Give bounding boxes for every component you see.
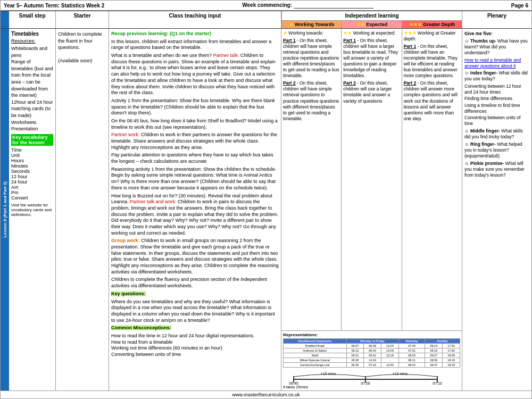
starter-col: Children to complete the fluent in four … xyxy=(56,29,109,390)
page-wrapper: Year 5– Autumn Term: Statistics Week 2 W… xyxy=(0,0,532,399)
header-left: Year 5– Autumn Term: Statistics Week 2 xyxy=(4,3,104,9)
expected-part1: Part 1 - On this sheet, children will ha… xyxy=(343,38,400,79)
plenary-middle: ☺ Middle finger- What skills did you fin… xyxy=(464,128,529,140)
teaching-partner1: Partner work: Children to work in their … xyxy=(111,132,279,151)
expected-part2: Part 2 - On this sheet, children will us… xyxy=(343,80,400,104)
vocab-list: TimeUnitHoursMinutesSeconds12 hour24 hou… xyxy=(11,147,53,201)
working-col: ★ Working towards: Part 1 - On this shee… xyxy=(281,29,342,330)
plenary-timeline: Using a timeline to find time difference… xyxy=(464,103,529,114)
plenary-finding: Finding time differences xyxy=(464,96,529,102)
greater-label: ★★★ Working at Greater depth: xyxy=(404,30,460,42)
teaching-reasoning1: Reasoning activity 1 from the presentati… xyxy=(111,167,279,192)
page-header: Year 5– Autumn Term: Statistics Week 2 W… xyxy=(1,1,531,11)
ind-working-header: ★ Working Towards xyxy=(282,21,342,28)
plenary-ring: ☺ Ring finger- What helped you in today'… xyxy=(464,142,529,159)
ind-sub-headers: ★ Working Towards ★★ Expected ★★★ Greate… xyxy=(282,21,462,28)
misconceptions-label: Common Misconceptions: xyxy=(111,325,171,330)
page-footer: www.masterthecurriculum.co.uk xyxy=(1,390,531,398)
timeline-container: +15 mins +10 mins 06:45 07:00 07:10 xyxy=(283,370,460,385)
resources-label: Resources: xyxy=(11,38,53,44)
col-header-teaching: Class teaching input xyxy=(109,11,281,28)
visit-text: Visit the website for vocabulary cards a… xyxy=(11,203,53,217)
small-step-title: Timetables xyxy=(11,31,53,37)
starter-text: Children to complete the fluent in four … xyxy=(58,31,106,64)
misconceptions-text: How to read the time in 12 hour and 24 h… xyxy=(111,333,279,358)
expected-col: ★★ Working at expected: Part 1 - On this… xyxy=(342,29,402,330)
resources-text: Whiteboards and pensRange of timetables … xyxy=(11,45,53,132)
svg-text:07:10: 07:10 xyxy=(433,381,442,385)
svg-text:06:45: 06:45 xyxy=(289,381,298,385)
teaching-intro: In this lesson, children will extract in… xyxy=(111,39,279,51)
key-questions-label: Key questions: xyxy=(111,291,146,296)
plenary-index: ☺ Index finger- What skills did you use … xyxy=(464,70,529,82)
timeline-note: It takes 25mins xyxy=(283,385,460,389)
teaching-buzzed: How long is Buzzed out on for? (30 minut… xyxy=(111,193,279,237)
representations-label: Representations: xyxy=(283,332,460,337)
col-header-independent: Independent learning ★ Working Towards ★… xyxy=(281,11,462,28)
svg-text:+15 mins: +15 mins xyxy=(321,372,336,376)
teaching-complete: Children to complete the fluency and pre… xyxy=(111,277,279,289)
svg-text:07:00: 07:00 xyxy=(361,381,370,385)
plenary-thumbs: ☺ Thumbs up- What have you learnt? What … xyxy=(464,38,529,56)
col-headers: Small step Starter Class teaching input … xyxy=(1,11,531,29)
ind-greater-header: ★★★ Greater Depth xyxy=(402,21,462,28)
plenary-link1: How to read a timetable and answer quest… xyxy=(464,57,529,69)
svg-text:+10 mins: +10 mins xyxy=(393,372,408,376)
plenary-title: Give me five: xyxy=(464,31,529,37)
header-right: Page 6 xyxy=(511,3,528,9)
greater-part2: Part 2 - On this sheet, children will an… xyxy=(404,80,460,121)
working-part1: Part 1 - On this sheet, children will ha… xyxy=(283,38,339,79)
plenary-col: Give me five: ☺ Thumbs up- What have you… xyxy=(462,29,531,390)
teaching-group: Group work: Children to work in small gr… xyxy=(111,238,279,275)
teaching-para1: What is a timetable and when do we use t… xyxy=(111,53,279,96)
col-header-plenary: Plenary xyxy=(462,11,531,28)
plenary-converting: Converting between 12 hour and 24 hour t… xyxy=(464,84,529,95)
timetable-mini: Southbound DeparturesMonday to FridaySat… xyxy=(283,338,460,368)
footer-website: www.masterthecurriculum.co.uk xyxy=(232,392,300,397)
col-header-starter: Starter xyxy=(56,11,109,28)
greater-col: ★★★ Working at Greater depth: Part 1 - O… xyxy=(402,29,462,330)
recap-label: Recap previous learning: (Q1 on the star… xyxy=(111,31,211,36)
plenary-pinkie: ☺ Pinkie promise- What will you make sur… xyxy=(464,161,529,178)
greater-part1: Part 1 - On this sheet, children will ha… xyxy=(404,44,460,79)
lesson-label: Lesson 9 (Part 1 and Part 2) xyxy=(3,179,7,239)
lesson-sidebar: Lesson 9 (Part 1 and Part 2) xyxy=(1,29,9,390)
teaching-activity1: Activity 1 from the presentation: Show t… xyxy=(111,98,279,117)
ind-expected-header: ★★ Expected xyxy=(342,21,402,28)
independent-col: ★ Working towards: Part 1 - On this shee… xyxy=(281,29,462,390)
small-step-col: Timetables Resources: Whiteboards and pe… xyxy=(9,29,56,390)
representations-area: Representations: Southbound DeparturesMo… xyxy=(281,330,462,390)
working-label: ★ Working towards: xyxy=(283,30,339,36)
ind-cols: ★ Working towards: Part 1 - On this shee… xyxy=(281,29,462,330)
teaching-bus-q: On the 06:45 bus, how long does it take … xyxy=(111,118,279,130)
plenary-converting2: Converting between units of time xyxy=(464,115,529,127)
col-header-small-step: Small step xyxy=(9,11,56,28)
timeline-svg: +15 mins +10 mins 06:45 07:00 07:10 xyxy=(283,370,460,385)
teaching-col: Recap previous learning: (Q1 on the star… xyxy=(109,29,281,390)
working-part2: Part 2 - On this sheet, children will ha… xyxy=(283,80,339,121)
key-questions-text: Where do you see timetables and why are … xyxy=(111,299,279,324)
main-content: Lesson 9 (Part 1 and Part 2) Timetables … xyxy=(1,29,531,390)
header-center: Week commencing: xyxy=(242,2,373,9)
expected-label: ★★ Working at expected: xyxy=(343,30,400,36)
key-vocab-label: Key vocabulary for the lesson: xyxy=(11,134,53,146)
teaching-attention: Pay particular attention to questions wh… xyxy=(111,152,279,164)
